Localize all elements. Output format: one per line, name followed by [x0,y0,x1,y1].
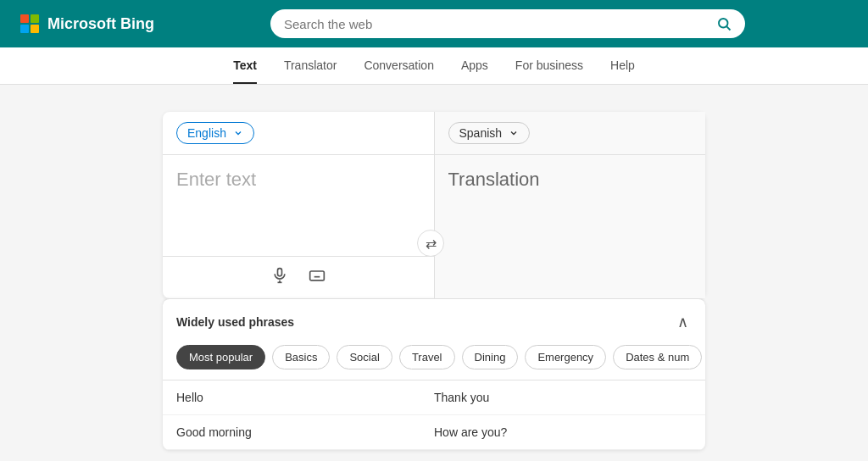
search-button[interactable] [716,16,732,31]
source-icons-bar [163,256,434,298]
keyboard-button[interactable] [305,264,329,292]
nav-item-for-business[interactable]: For business [515,48,583,84]
chevron-down-icon [233,128,243,138]
source-lang-label: English [187,126,226,140]
phrase-row: Good morning How are you? [163,415,705,450]
main-content: English Enter text [0,85,868,461]
translator-wrapper: English Enter text [163,112,705,450]
phrase-left-1: Good morning [176,425,434,439]
tag-most-popular[interactable]: Most popular [176,345,265,369]
tag-travel[interactable]: Travel [399,345,455,369]
logo-area: Microsoft Bing [20,14,154,33]
translator-top: English Enter text [163,112,705,298]
microphone-icon [271,267,288,284]
source-panel: English Enter text [163,112,435,298]
phrases-title: Widely used phrases [176,315,294,329]
swap-button[interactable]: ⇄ [417,230,444,257]
swap-icon: ⇄ [426,236,437,252]
phrase-right-0: Thank you [434,391,692,404]
source-lang-dropdown[interactable]: English [176,122,254,144]
svg-point-0 [719,19,728,28]
target-placeholder: Translation [448,169,540,190]
svg-rect-5 [309,271,324,280]
header: Microsoft Bing [0,0,868,47]
target-text-area: Translation [435,155,706,298]
translator-card: English Enter text [163,112,705,298]
phrase-right-1: How are you? [434,425,692,439]
search-input[interactable] [284,17,709,31]
tag-basics[interactable]: Basics [272,345,330,369]
phrases-tags: Most popular Basics Social Travel Dining… [163,345,705,380]
target-lang-selector[interactable]: Spanish [435,112,706,155]
keyboard-icon [309,267,326,284]
collapse-icon: ∧ [677,314,688,330]
phrases-list: Hello Thank you Good morning How are you… [163,380,705,450]
microphone-button[interactable] [268,264,292,292]
source-text-area[interactable]: Enter text [163,155,434,256]
tag-emergency[interactable]: Emergency [525,345,606,369]
search-bar-container [168,9,848,38]
chevron-down-icon [509,128,519,138]
logo-text: Microsoft Bing [47,15,154,33]
target-lang-label: Spanish [459,126,503,140]
nav-bar: Text Translator Conversation Apps For bu… [0,47,868,85]
nav-item-conversation[interactable]: Conversation [364,48,434,84]
tag-dining[interactable]: Dining [462,345,519,369]
phrase-row: Hello Thank you [163,380,705,415]
nav-item-apps[interactable]: Apps [461,48,488,84]
svg-rect-2 [277,269,281,276]
target-lang-dropdown[interactable]: Spanish [448,122,531,144]
phrase-left-0: Hello [176,391,434,404]
nav-item-translator[interactable]: Translator [284,48,337,84]
collapse-phrases-button[interactable]: ∧ [674,309,692,335]
phrases-section: Widely used phrases ∧ Most popular Basic… [163,298,705,450]
search-icon [716,16,732,31]
search-bar [270,9,745,38]
source-placeholder: Enter text [176,169,256,190]
phrases-header: Widely used phrases ∧ [163,299,705,345]
target-panel: Spanish Translation [435,112,706,298]
nav-item-text[interactable]: Text [233,48,257,84]
tag-social[interactable]: Social [337,345,392,369]
source-lang-selector[interactable]: English [163,112,434,155]
bing-logo-icon [20,14,39,33]
nav-item-help[interactable]: Help [610,48,635,84]
tag-dates[interactable]: Dates & num [613,345,702,369]
svg-line-1 [726,26,730,30]
